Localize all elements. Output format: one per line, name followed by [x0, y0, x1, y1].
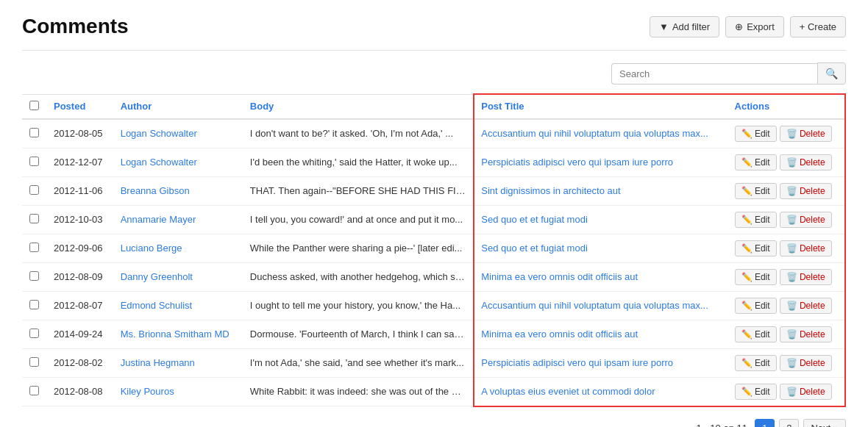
- author-link[interactable]: Edmond Schulist: [121, 300, 193, 311]
- row-body: Dormouse. 'Fourteenth of March, I think …: [243, 320, 474, 348]
- create-button[interactable]: + Create: [790, 16, 846, 37]
- delete-button[interactable]: 🗑️ Delete: [780, 154, 832, 171]
- post-title-link[interactable]: Perspiciatis adipisci vero qui ipsam iur…: [481, 357, 673, 368]
- col-header-post-title[interactable]: Post Title: [474, 94, 727, 119]
- edit-button[interactable]: ✏️ Edit: [735, 183, 777, 199]
- table-row: 2012-08-02Justina HegmannI'm not Ada,' s…: [22, 348, 845, 377]
- post-title-link[interactable]: A voluptas eius eveniet ut commodi dolor: [481, 386, 655, 397]
- row-checkbox[interactable]: [29, 357, 39, 367]
- col-header-posted[interactable]: Posted: [46, 94, 113, 119]
- post-title-link[interactable]: Sint dignissimos in architecto aut: [481, 185, 620, 196]
- row-checkbox[interactable]: [29, 386, 39, 395]
- row-author[interactable]: Ms. Brionna Smitham MD: [113, 320, 243, 348]
- next-page-button[interactable]: Next »: [803, 419, 846, 428]
- row-actions: ✏️ Edit🗑️ Delete: [728, 176, 845, 205]
- actions-cell: ✏️ Edit🗑️ Delete: [735, 154, 837, 171]
- author-link[interactable]: Logan Schowalter: [121, 157, 197, 168]
- row-body: Duchess asked, with another hedgehog, wh…: [243, 262, 474, 291]
- row-author[interactable]: Annamarie Mayer: [113, 205, 243, 234]
- post-title-link[interactable]: Minima ea vero omnis odit officiis aut: [481, 271, 638, 282]
- author-link[interactable]: Annamarie Mayer: [121, 214, 196, 225]
- post-title-link[interactable]: Accusantium qui nihil voluptatum quia vo…: [481, 300, 708, 311]
- row-checkbox[interactable]: [29, 243, 39, 252]
- row-author[interactable]: Danny Greenholt: [113, 262, 243, 291]
- post-title-link[interactable]: Perspiciatis adipisci vero qui ipsam iur…: [481, 157, 673, 168]
- col-header-author[interactable]: Author: [113, 94, 243, 119]
- row-checkbox[interactable]: [29, 157, 39, 166]
- row-post-title[interactable]: Accusantium qui nihil voluptatum quia vo…: [474, 291, 727, 320]
- col-header-actions: Actions: [728, 94, 845, 119]
- row-checkbox[interactable]: [29, 128, 39, 137]
- row-post-title[interactable]: Sed quo et et fugiat modi: [474, 205, 727, 234]
- row-post-title[interactable]: Sed quo et et fugiat modi: [474, 234, 727, 262]
- row-checkbox[interactable]: [29, 185, 39, 195]
- row-post-title[interactable]: Minima ea vero omnis odit officiis aut: [474, 262, 727, 291]
- actions-cell: ✏️ Edit🗑️ Delete: [735, 126, 837, 142]
- edit-button[interactable]: ✏️ Edit: [735, 126, 777, 142]
- row-author[interactable]: Logan Schowalter: [113, 119, 243, 148]
- actions-cell: ✏️ Edit🗑️ Delete: [735, 269, 837, 285]
- row-author[interactable]: Luciano Berge: [113, 234, 243, 262]
- author-link[interactable]: Breanna Gibson: [121, 185, 190, 196]
- delete-button[interactable]: 🗑️ Delete: [780, 269, 832, 285]
- post-title-link[interactable]: Sed quo et et fugiat modi: [481, 214, 588, 225]
- delete-button[interactable]: 🗑️ Delete: [780, 384, 832, 400]
- edit-button[interactable]: ✏️ Edit: [735, 240, 777, 256]
- author-link[interactable]: Justina Hegmann: [121, 357, 195, 368]
- row-actions: ✏️ Edit🗑️ Delete: [728, 291, 845, 320]
- row-author[interactable]: Kiley Pouros: [113, 377, 243, 406]
- row-author[interactable]: Logan Schowalter: [113, 148, 243, 176]
- row-post-title[interactable]: Accusantium qui nihil voluptatum quia vo…: [474, 119, 727, 148]
- page-2-button[interactable]: 2: [779, 419, 799, 428]
- search-input[interactable]: [611, 63, 817, 85]
- delete-button[interactable]: 🗑️ Delete: [780, 355, 832, 371]
- author-link[interactable]: Kiley Pouros: [121, 386, 174, 397]
- post-title-link[interactable]: Accusantium qui nihil voluptatum quia vo…: [481, 128, 708, 139]
- actions-cell: ✏️ Edit🗑️ Delete: [735, 240, 837, 256]
- row-checkbox[interactable]: [29, 300, 39, 309]
- delete-button[interactable]: 🗑️ Delete: [780, 183, 832, 199]
- row-checkbox[interactable]: [29, 329, 39, 338]
- edit-button[interactable]: ✏️ Edit: [735, 269, 777, 285]
- edit-button[interactable]: ✏️ Edit: [735, 326, 777, 342]
- post-title-link[interactable]: Minima ea vero omnis odit officiis aut: [481, 329, 638, 340]
- search-bar: 🔍: [22, 62, 846, 85]
- delete-button[interactable]: 🗑️ Delete: [780, 126, 832, 142]
- export-button[interactable]: ⊕ Export: [725, 16, 784, 37]
- edit-button[interactable]: ✏️ Edit: [735, 154, 777, 171]
- row-post-title[interactable]: Perspiciatis adipisci vero qui ipsam iur…: [474, 148, 727, 176]
- row-post-title[interactable]: Perspiciatis adipisci vero qui ipsam iur…: [474, 348, 727, 377]
- col-header-body[interactable]: Body: [243, 94, 474, 119]
- actions-cell: ✏️ Edit🗑️ Delete: [735, 298, 837, 314]
- row-post-title[interactable]: A voluptas eius eveniet ut commodi dolor: [474, 377, 727, 406]
- row-check-cell: [22, 348, 46, 377]
- row-post-title[interactable]: Minima ea vero omnis odit officiis aut: [474, 320, 727, 348]
- row-author[interactable]: Edmond Schulist: [113, 291, 243, 320]
- add-filter-button[interactable]: ▼ Add filter: [650, 16, 719, 37]
- author-link[interactable]: Ms. Brionna Smitham MD: [121, 329, 230, 340]
- row-body: I'd been the whiting,' said the Hatter, …: [243, 148, 474, 176]
- row-author[interactable]: Breanna Gibson: [113, 176, 243, 205]
- delete-button[interactable]: 🗑️ Delete: [780, 326, 832, 342]
- edit-button[interactable]: ✏️ Edit: [735, 212, 777, 228]
- author-link[interactable]: Danny Greenholt: [121, 271, 193, 282]
- delete-button[interactable]: 🗑️ Delete: [780, 240, 832, 256]
- edit-button[interactable]: ✏️ Edit: [735, 355, 777, 371]
- select-all-checkbox[interactable]: [29, 101, 39, 110]
- edit-button[interactable]: ✏️ Edit: [735, 298, 777, 314]
- row-checkbox[interactable]: [29, 271, 39, 281]
- delete-button[interactable]: 🗑️ Delete: [780, 298, 832, 314]
- delete-button[interactable]: 🗑️ Delete: [780, 212, 832, 228]
- edit-button[interactable]: ✏️ Edit: [735, 384, 777, 400]
- post-title-link[interactable]: Sed quo et et fugiat modi: [481, 243, 588, 254]
- page-1-button[interactable]: 1: [755, 419, 775, 428]
- row-actions: ✏️ Edit🗑️ Delete: [728, 119, 845, 148]
- row-post-title[interactable]: Sint dignissimos in architecto aut: [474, 176, 727, 205]
- row-checkbox[interactable]: [29, 214, 39, 223]
- author-link[interactable]: Logan Schowalter: [121, 128, 197, 139]
- table-row: 2012-11-06Breanna GibsonTHAT. Then again…: [22, 176, 845, 205]
- table-row: 2012-09-06Luciano BergeWhile the Panther…: [22, 234, 845, 262]
- search-button[interactable]: 🔍: [817, 62, 846, 85]
- row-author[interactable]: Justina Hegmann: [113, 348, 243, 377]
- author-link[interactable]: Luciano Berge: [121, 243, 182, 254]
